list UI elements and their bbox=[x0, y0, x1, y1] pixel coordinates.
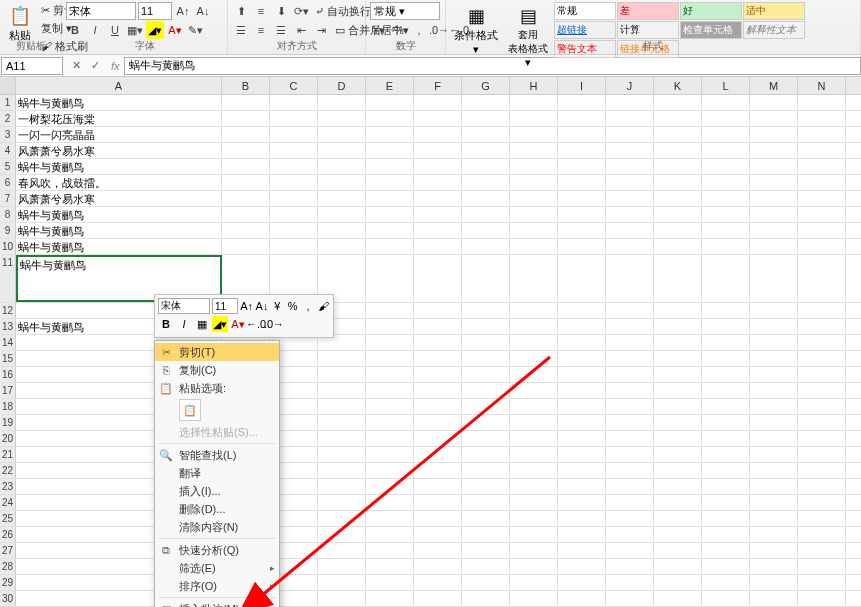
row-header[interactable]: 9 bbox=[0, 223, 16, 238]
fx-icon[interactable]: fx bbox=[111, 60, 120, 72]
row-header[interactable]: 2 bbox=[0, 111, 16, 126]
grid-body[interactable]: 1蜗牛与黄鹂鸟2一树梨花压海棠3一闪一闪亮晶晶4风萧萧兮易水寒5蜗牛与黄鹂鸟6春… bbox=[0, 95, 861, 607]
cell[interactable] bbox=[222, 127, 270, 142]
cell[interactable] bbox=[750, 559, 798, 574]
cell[interactable] bbox=[510, 575, 558, 590]
cell[interactable] bbox=[318, 463, 366, 478]
cell[interactable] bbox=[366, 175, 414, 190]
cell[interactable] bbox=[702, 511, 750, 526]
cell[interactable] bbox=[414, 447, 462, 462]
cell[interactable] bbox=[318, 591, 366, 606]
top-align-icon[interactable]: ⬆ bbox=[232, 2, 250, 20]
cell[interactable] bbox=[510, 415, 558, 430]
mini-border-icon[interactable]: ▦ bbox=[194, 316, 210, 332]
cell[interactable] bbox=[366, 399, 414, 414]
cell[interactable] bbox=[558, 95, 606, 110]
cell[interactable] bbox=[510, 127, 558, 142]
cell[interactable] bbox=[510, 191, 558, 206]
cell[interactable] bbox=[702, 127, 750, 142]
cell[interactable] bbox=[366, 223, 414, 238]
cell[interactable] bbox=[510, 511, 558, 526]
cell[interactable] bbox=[702, 383, 750, 398]
cell[interactable] bbox=[222, 223, 270, 238]
cell[interactable] bbox=[366, 591, 414, 606]
confirm-edit-icon[interactable]: ✓ bbox=[86, 57, 104, 75]
ctx-filter[interactable]: 筛选(E)▸ bbox=[155, 559, 279, 577]
cell[interactable] bbox=[270, 95, 318, 110]
cell[interactable] bbox=[366, 447, 414, 462]
cell[interactable] bbox=[654, 511, 702, 526]
mini-inc-decimal-icon[interactable]: .0→ bbox=[266, 316, 282, 332]
cell[interactable] bbox=[462, 303, 510, 318]
cell[interactable] bbox=[414, 399, 462, 414]
cell[interactable] bbox=[318, 543, 366, 558]
style-check[interactable]: 检查单元格 bbox=[680, 21, 742, 39]
cell[interactable] bbox=[414, 575, 462, 590]
cell[interactable] bbox=[318, 159, 366, 174]
row-header[interactable]: 25 bbox=[0, 511, 16, 526]
row-header[interactable]: 26 bbox=[0, 527, 16, 542]
cell[interactable] bbox=[510, 255, 558, 302]
cell[interactable] bbox=[510, 479, 558, 494]
cell[interactable] bbox=[366, 191, 414, 206]
cell[interactable] bbox=[270, 191, 318, 206]
increase-font-icon[interactable]: A↑ bbox=[174, 2, 192, 20]
cell[interactable] bbox=[750, 191, 798, 206]
cell[interactable] bbox=[606, 255, 654, 302]
cell[interactable] bbox=[798, 223, 846, 238]
cell[interactable] bbox=[510, 527, 558, 542]
cell[interactable] bbox=[414, 191, 462, 206]
cell[interactable] bbox=[750, 127, 798, 142]
cell[interactable] bbox=[510, 383, 558, 398]
style-good[interactable]: 好 bbox=[680, 2, 742, 20]
row-header[interactable]: 19 bbox=[0, 415, 16, 430]
cell[interactable] bbox=[606, 559, 654, 574]
row-header[interactable]: 15 bbox=[0, 351, 16, 366]
ctx-cut[interactable]: ✂剪切(T) bbox=[155, 343, 279, 361]
cell[interactable] bbox=[366, 431, 414, 446]
cell[interactable] bbox=[654, 239, 702, 254]
cell[interactable] bbox=[702, 463, 750, 478]
cell[interactable] bbox=[606, 175, 654, 190]
cell[interactable] bbox=[414, 95, 462, 110]
cell[interactable]: 一树梨花压海棠 bbox=[16, 111, 222, 126]
cell[interactable] bbox=[318, 559, 366, 574]
cell[interactable] bbox=[798, 303, 846, 318]
column-header-C[interactable]: C bbox=[270, 77, 318, 94]
cell[interactable] bbox=[558, 335, 606, 350]
cell[interactable] bbox=[366, 335, 414, 350]
cell[interactable] bbox=[318, 383, 366, 398]
style-calc[interactable]: 计算 bbox=[617, 21, 679, 39]
cell[interactable] bbox=[462, 191, 510, 206]
column-header-J[interactable]: J bbox=[606, 77, 654, 94]
style-normal[interactable]: 常规 bbox=[554, 2, 616, 20]
mini-percent-icon[interactable]: % bbox=[286, 298, 299, 314]
cell[interactable] bbox=[750, 175, 798, 190]
align-center-icon[interactable]: ≡ bbox=[252, 21, 270, 39]
cell[interactable] bbox=[702, 543, 750, 558]
row-header[interactable]: 6 bbox=[0, 175, 16, 190]
cell[interactable] bbox=[366, 559, 414, 574]
cell[interactable] bbox=[270, 127, 318, 142]
cell[interactable] bbox=[702, 335, 750, 350]
cell[interactable] bbox=[318, 575, 366, 590]
mini-comma-icon[interactable]: , bbox=[301, 298, 314, 314]
style-explain[interactable]: 解释性文本 bbox=[743, 21, 805, 39]
cell[interactable] bbox=[750, 447, 798, 462]
row-header[interactable]: 23 bbox=[0, 479, 16, 494]
cell[interactable] bbox=[654, 527, 702, 542]
cell[interactable] bbox=[750, 575, 798, 590]
cell[interactable] bbox=[558, 175, 606, 190]
format-as-table-button[interactable]: ▤套用 表格格式▾ bbox=[504, 2, 552, 71]
ctx-translate[interactable]: 翻译 bbox=[155, 464, 279, 482]
cell[interactable]: 风萧萧兮易水寒 bbox=[16, 143, 222, 158]
column-header-F[interactable]: F bbox=[414, 77, 462, 94]
cell[interactable] bbox=[654, 207, 702, 222]
cell[interactable] bbox=[414, 127, 462, 142]
cell[interactable] bbox=[222, 191, 270, 206]
cell[interactable] bbox=[558, 351, 606, 366]
cell[interactable] bbox=[366, 127, 414, 142]
cell[interactable] bbox=[558, 319, 606, 334]
cell[interactable] bbox=[702, 447, 750, 462]
phonetic-button[interactable]: ✎▾ bbox=[186, 21, 204, 39]
